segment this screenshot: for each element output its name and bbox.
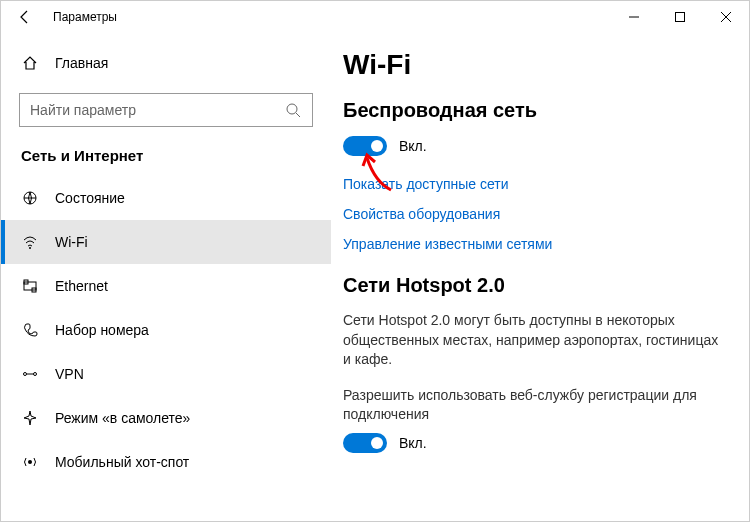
wifi-icon	[21, 234, 39, 250]
window-body: Главная Найти параметр Сеть и Интернет С…	[1, 33, 749, 521]
sidebar-section-heading: Сеть и Интернет	[1, 141, 331, 176]
svg-rect-1	[676, 13, 685, 22]
search-input[interactable]: Найти параметр	[19, 93, 313, 127]
sidebar-nav[interactable]: Состояние Wi-Fi Ethernet Набор номера VP…	[1, 176, 331, 521]
sidebar-item-label: Мобильный хот-спот	[55, 454, 189, 470]
home-icon	[21, 55, 39, 71]
sidebar-item-vpn[interactable]: VPN	[1, 352, 331, 396]
sidebar-item-dialup[interactable]: Набор номера	[1, 308, 331, 352]
sidebar-item-airplane[interactable]: Режим «в самолете»	[1, 396, 331, 440]
window-controls	[611, 1, 749, 33]
back-button[interactable]	[1, 1, 49, 33]
sidebar-item-status[interactable]: Состояние	[1, 176, 331, 220]
link-known-networks[interactable]: Управление известными сетями	[343, 236, 721, 252]
sidebar-item-wifi[interactable]: Wi-Fi	[1, 220, 331, 264]
hotspot-heading: Сети Hotspot 2.0	[343, 274, 721, 297]
sidebar-item-label: Ethernet	[55, 278, 108, 294]
dialup-icon	[21, 322, 39, 338]
hotspot-toggle-label: Вкл.	[399, 435, 427, 451]
page-title: Wi-Fi	[343, 49, 721, 81]
link-hardware-props[interactable]: Свойства оборудования	[343, 206, 721, 222]
svg-point-15	[28, 460, 32, 464]
settings-window: Параметры Главная Найти параметр Сеть и …	[0, 0, 750, 522]
sidebar: Главная Найти параметр Сеть и Интернет С…	[1, 33, 331, 521]
vpn-icon	[21, 366, 39, 382]
minimize-button[interactable]	[611, 1, 657, 33]
hotspot-toggle-row: Вкл.	[343, 433, 721, 453]
svg-point-13	[34, 373, 37, 376]
svg-point-8	[29, 247, 31, 249]
svg-point-12	[24, 373, 27, 376]
hotspot-toggle[interactable]	[343, 433, 387, 453]
hotspot-icon	[21, 454, 39, 470]
sidebar-item-ethernet[interactable]: Ethernet	[1, 264, 331, 308]
close-button[interactable]	[703, 1, 749, 33]
sidebar-item-label: Состояние	[55, 190, 125, 206]
wireless-heading: Беспроводная сеть	[343, 99, 721, 122]
titlebar: Параметры	[1, 1, 749, 33]
content-area: Wi-Fi Беспроводная сеть Вкл. Показать до…	[331, 33, 749, 521]
search-placeholder: Найти параметр	[30, 102, 136, 118]
sidebar-home[interactable]: Главная	[1, 43, 331, 83]
sidebar-item-label: Режим «в самолете»	[55, 410, 190, 426]
wifi-toggle-label: Вкл.	[399, 138, 427, 154]
hotspot-description: Сети Hotspot 2.0 могут быть доступны в н…	[343, 311, 721, 370]
sidebar-home-label: Главная	[55, 55, 108, 71]
wifi-toggle-row: Вкл.	[343, 136, 721, 156]
maximize-button[interactable]	[657, 1, 703, 33]
search-icon	[284, 102, 302, 118]
sidebar-item-hotspot[interactable]: Мобильный хот-спот	[1, 440, 331, 484]
link-show-networks[interactable]: Показать доступные сети	[343, 176, 721, 192]
svg-line-5	[296, 113, 300, 117]
airplane-icon	[21, 410, 39, 426]
svg-point-4	[287, 104, 297, 114]
sidebar-item-label: Wi-Fi	[55, 234, 88, 250]
sidebar-item-label: Набор номера	[55, 322, 149, 338]
ethernet-icon	[21, 278, 39, 294]
wifi-toggle[interactable]	[343, 136, 387, 156]
status-icon	[21, 190, 39, 206]
hotspot-allow-label: Разрешить использовать веб-службу регист…	[343, 386, 721, 425]
svg-rect-9	[24, 282, 36, 290]
window-title: Параметры	[49, 10, 117, 24]
sidebar-item-label: VPN	[55, 366, 84, 382]
